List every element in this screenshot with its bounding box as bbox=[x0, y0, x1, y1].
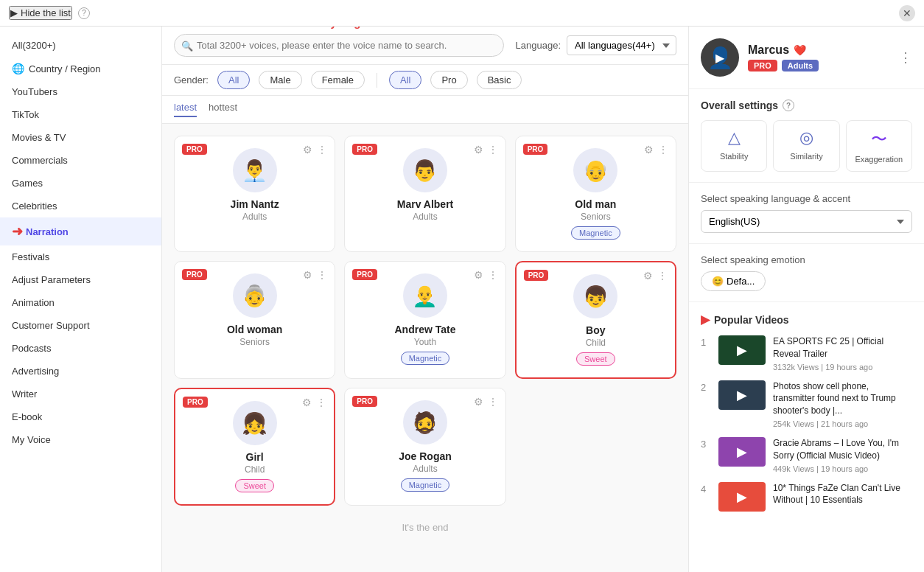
card-actions-old-man: ⚙ ⋮ bbox=[644, 144, 668, 156]
stability-card[interactable]: △ Stability bbox=[701, 120, 767, 172]
card-settings-old-woman[interactable]: ⚙ bbox=[303, 269, 312, 281]
sidebar-item-celebrities[interactable]: Celebrities bbox=[0, 195, 161, 217]
card-settings-marv-albert[interactable]: ⚙ bbox=[474, 144, 483, 156]
sidebar-item-e-book[interactable]: E-book bbox=[0, 405, 161, 428]
card-more-andrew-tate[interactable]: ⋮ bbox=[488, 269, 498, 281]
voice-name-joe-rogan: Joe Rogan bbox=[399, 450, 452, 462]
card-more-marv-albert[interactable]: ⋮ bbox=[488, 144, 498, 156]
emotion-default-button[interactable]: 😊 Defa... bbox=[701, 271, 766, 291]
profile-section: 👤 ▶ Marcus ❤️ PRO Adults ⋮ bbox=[689, 27, 924, 89]
exaggeration-icon: 〜 bbox=[871, 128, 887, 150]
gender-all-button[interactable]: All bbox=[217, 71, 250, 89]
video-item-4[interactable]: 4 ▶ 10* Things FaZe Clan Can't Live With… bbox=[701, 482, 912, 512]
voice-name-old-man: Old man bbox=[575, 198, 616, 210]
search-input[interactable] bbox=[174, 34, 504, 57]
voice-category-joe-rogan: Adults bbox=[413, 464, 437, 474]
content-area: Search boy or girl here. 🔍 Language: All… bbox=[162, 27, 688, 572]
tab-latest[interactable]: latest bbox=[174, 102, 197, 117]
sidebar-item-customer-support[interactable]: Customer Support bbox=[0, 314, 161, 337]
close-button[interactable]: ✕ bbox=[899, 5, 915, 21]
sidebar-item-festivals[interactable]: Festivals bbox=[0, 245, 161, 268]
help-icon[interactable]: ? bbox=[78, 7, 90, 19]
card-more-boy[interactable]: ⋮ bbox=[657, 270, 668, 282]
sidebar-item-writer[interactable]: Writer bbox=[0, 383, 161, 405]
voice-card-girl[interactable]: PRO ⚙ ⋮ 👧 Girl Child Sweet bbox=[174, 388, 335, 506]
sidebar-item-animation[interactable]: Animation bbox=[0, 291, 161, 314]
voice-tag-andrew-tate: Magnetic bbox=[401, 352, 450, 365]
gender-female-button[interactable]: Female bbox=[311, 71, 365, 89]
video-title-1: EA SPORTS FC 25 | Official Reveal Traile… bbox=[773, 335, 912, 360]
gender-male-button[interactable]: Male bbox=[259, 71, 301, 89]
card-more-joe-rogan[interactable]: ⋮ bbox=[488, 396, 498, 408]
chevron-left-icon: ▶ bbox=[10, 7, 18, 18]
type-pro-button[interactable]: Pro bbox=[430, 71, 467, 89]
card-settings-joe-rogan[interactable]: ⚙ bbox=[474, 396, 483, 408]
voice-category-marv-albert: Adults bbox=[413, 212, 437, 222]
video-item-3[interactable]: 3 ▶ Gracie Abrams – I Love You, I'm Sorr… bbox=[701, 437, 912, 473]
card-more-old-woman[interactable]: ⋮ bbox=[317, 269, 327, 281]
video-thumb-3: ▶ bbox=[718, 437, 766, 467]
emotion-section: Select speaking emotion 😊 Defa... bbox=[689, 244, 924, 302]
sidebar-item-country-region[interactable]: 🌐 Country / Region bbox=[0, 57, 161, 80]
voice-tag-boy: Sweet bbox=[576, 352, 615, 366]
more-options-button[interactable]: ⋮ bbox=[899, 49, 912, 66]
video-num-3: 3 bbox=[701, 437, 711, 450]
card-actions-joe-rogan: ⚙ ⋮ bbox=[474, 396, 498, 408]
voice-grid-wrapper: PRO ⚙ ⋮ 👨‍💼 Jim Nantz Adults PRO ⚙ ⋮ 👨 M… bbox=[162, 124, 688, 572]
profile-avatar[interactable]: 👤 ▶ bbox=[701, 38, 739, 77]
video-title-3: Gracie Abrams – I Love You, I'm Sorry (O… bbox=[773, 437, 912, 462]
voice-card-boy[interactable]: PRO ⚙ ⋮ 👦 Boy Child Sweet bbox=[515, 261, 676, 379]
search-bar: Search boy or girl here. 🔍 Language: All… bbox=[162, 27, 688, 65]
voice-card-marv-albert[interactable]: PRO ⚙ ⋮ 👨 Marv Albert Adults bbox=[344, 136, 505, 252]
emotion-label: Defa... bbox=[727, 276, 755, 287]
language-accent-dropdown[interactable]: English(US) bbox=[701, 210, 912, 233]
card-settings-boy[interactable]: ⚙ bbox=[643, 270, 653, 282]
exaggeration-label: Exaggeration bbox=[855, 155, 903, 164]
language-selector: Language: All languages(44+) bbox=[516, 35, 676, 55]
videos-container: 1 ▶ EA SPORTS FC 25 | Official Reveal Tr… bbox=[701, 335, 912, 512]
card-more-girl[interactable]: ⋮ bbox=[316, 397, 326, 408]
settings-help-icon[interactable]: ? bbox=[783, 100, 794, 111]
tab-hottest[interactable]: hottest bbox=[209, 102, 237, 117]
video-item-2[interactable]: 2 ▶ Photos show cell phone, transmitter … bbox=[701, 380, 912, 428]
main-layout: All(3200+) 🌐 Country / Region YouTubers … bbox=[0, 27, 924, 572]
heart-icon: ❤️ bbox=[794, 44, 806, 56]
video-meta-3: 449k Views | 19 hours ago bbox=[773, 464, 912, 473]
voice-card-old-man[interactable]: PRO ⚙ ⋮ 👴 Old man Seniors Magnetic bbox=[515, 136, 676, 252]
top-bar-left: ▶ Hide the list ? bbox=[9, 6, 90, 20]
card-more-jim-nantz[interactable]: ⋮ bbox=[317, 144, 327, 156]
popular-videos-section: ▶ Popular Videos 1 ▶ EA SPORTS FC 25 | O… bbox=[689, 302, 924, 531]
voice-card-joe-rogan[interactable]: PRO ⚙ ⋮ 🧔 Joe Rogan Adults Magnetic bbox=[344, 388, 505, 506]
voice-avatar-marv-albert: 👨 bbox=[403, 148, 447, 192]
sidebar-item-youtubers[interactable]: YouTubers bbox=[0, 80, 161, 103]
similarity-card[interactable]: ◎ Similarity bbox=[773, 120, 839, 172]
type-basic-button[interactable]: Basic bbox=[477, 71, 522, 89]
voice-card-jim-nantz[interactable]: PRO ⚙ ⋮ 👨‍💼 Jim Nantz Adults bbox=[174, 136, 335, 252]
hide-list-button[interactable]: ▶ Hide the list bbox=[9, 6, 72, 20]
similarity-label: Similarity bbox=[790, 152, 823, 161]
language-dropdown[interactable]: All languages(44+) bbox=[567, 35, 676, 55]
sidebar-item-tiktok[interactable]: TikTok bbox=[0, 103, 161, 126]
sidebar-item-adjust-parameters[interactable]: Adjust Parameters bbox=[0, 268, 161, 291]
type-all-button[interactable]: All bbox=[389, 71, 421, 89]
sidebar-item-podcasts[interactable]: Podcasts bbox=[0, 337, 161, 360]
sidebar-item-movies-tv[interactable]: Movies & TV bbox=[0, 126, 161, 149]
sidebar-item-narration[interactable]: ➜ Narration bbox=[0, 217, 161, 245]
card-more-old-man[interactable]: ⋮ bbox=[658, 144, 668, 156]
voice-card-andrew-tate[interactable]: PRO ⚙ ⋮ 👨‍🦲 Andrew Tate Youth Magnetic bbox=[344, 261, 505, 379]
video-item-1[interactable]: 1 ▶ EA SPORTS FC 25 | Official Reveal Tr… bbox=[701, 335, 912, 372]
sidebar-item-games[interactable]: Games bbox=[0, 172, 161, 195]
card-settings-old-man[interactable]: ⚙ bbox=[644, 144, 654, 156]
sidebar-item-all[interactable]: All(3200+) bbox=[0, 34, 161, 57]
video-num-4: 4 bbox=[701, 482, 711, 495]
card-settings-jim-nantz[interactable]: ⚙ bbox=[303, 144, 312, 156]
sidebar-item-commercials[interactable]: Commercials bbox=[0, 149, 161, 172]
card-settings-andrew-tate[interactable]: ⚙ bbox=[474, 269, 483, 281]
video-info-2: Photos show cell phone, transmitter foun… bbox=[773, 380, 912, 428]
exaggeration-card[interactable]: 〜 Exaggeration bbox=[846, 120, 912, 172]
card-settings-girl[interactable]: ⚙ bbox=[302, 397, 312, 408]
voice-avatar-jim-nantz: 👨‍💼 bbox=[233, 148, 277, 192]
sidebar-item-my-voice[interactable]: My Voice bbox=[0, 428, 161, 451]
sidebar-item-advertising[interactable]: Advertising bbox=[0, 360, 161, 383]
voice-card-old-woman[interactable]: PRO ⚙ ⋮ 👵 Old woman Seniors bbox=[174, 261, 335, 379]
